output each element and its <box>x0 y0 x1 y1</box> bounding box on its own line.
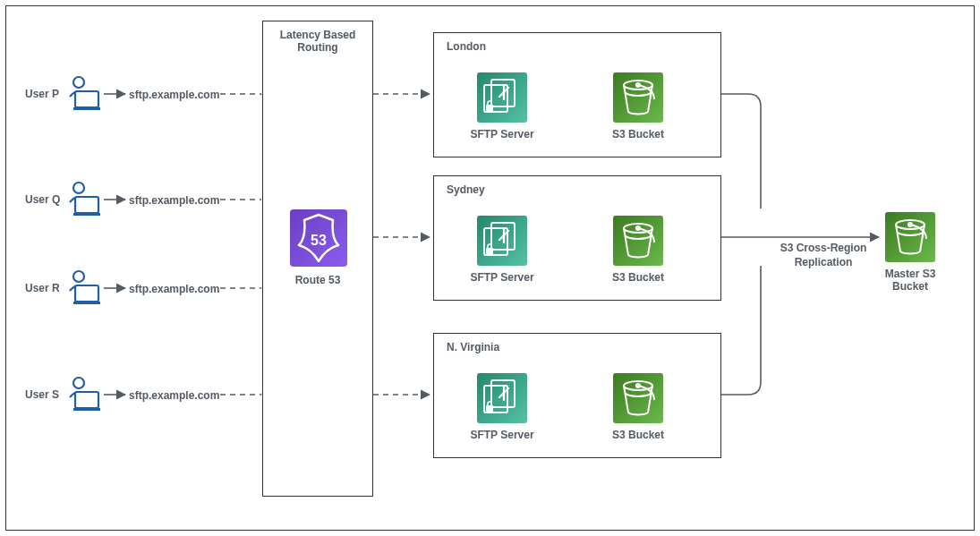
route53-container: Latency Based Routing 53 Route 53 <box>262 21 373 497</box>
s3-caption: S3 Bucket <box>598 128 678 140</box>
user-label: User S <box>25 388 59 401</box>
sftp-caption: SFTP Server <box>462 128 542 140</box>
region-box-nvirginia: N. Virginia SFTP Server S3 Bucket <box>433 333 721 458</box>
sftp-caption: SFTP Server <box>462 429 542 441</box>
s3-bucket-icon <box>613 72 663 123</box>
region-title: N. Virginia <box>434 334 720 353</box>
hostname-label: sftp.example.com <box>129 283 219 295</box>
route53-caption: Route 53 <box>263 274 372 288</box>
routing-title: Latency Based Routing <box>263 21 372 54</box>
client-icon <box>64 179 102 217</box>
master-bucket-caption: Master S3 Bucket <box>870 268 950 293</box>
s3-caption: S3 Bucket <box>598 271 678 284</box>
hostname-label: sftp.example.com <box>129 194 219 207</box>
s3-caption: S3 Bucket <box>598 429 678 441</box>
s3-bucket-icon <box>613 373 663 423</box>
sftp-server-icon <box>477 72 527 123</box>
region-box-sydney: Sydney SFTP Server S3 Bucket <box>433 175 721 301</box>
client-icon <box>64 268 102 305</box>
sftp-server-icon <box>477 373 527 423</box>
diagram-canvas: User P sftp.example.com User Q sftp.exam… <box>0 0 980 536</box>
hostname-label: sftp.example.com <box>129 89 219 101</box>
client-icon <box>64 73 102 111</box>
user-label: User Q <box>25 193 60 206</box>
region-title: Sydney <box>434 176 720 196</box>
user-label: User R <box>25 282 60 294</box>
user-label: User P <box>25 88 59 100</box>
hostname-label: sftp.example.com <box>129 389 219 402</box>
master-s3-bucket-icon <box>885 212 935 262</box>
client-icon <box>64 374 102 412</box>
sftp-server-icon <box>477 216 527 266</box>
s3-bucket-icon <box>613 216 663 266</box>
region-box-london: London SFTP Server S3 Bucket <box>433 32 721 157</box>
replication-label: S3 Cross-Region Replication <box>771 242 875 269</box>
region-title: London <box>434 33 720 53</box>
route53-icon: 53 <box>290 209 347 267</box>
sftp-caption: SFTP Server <box>462 271 542 284</box>
route53-number: 53 <box>311 233 327 248</box>
